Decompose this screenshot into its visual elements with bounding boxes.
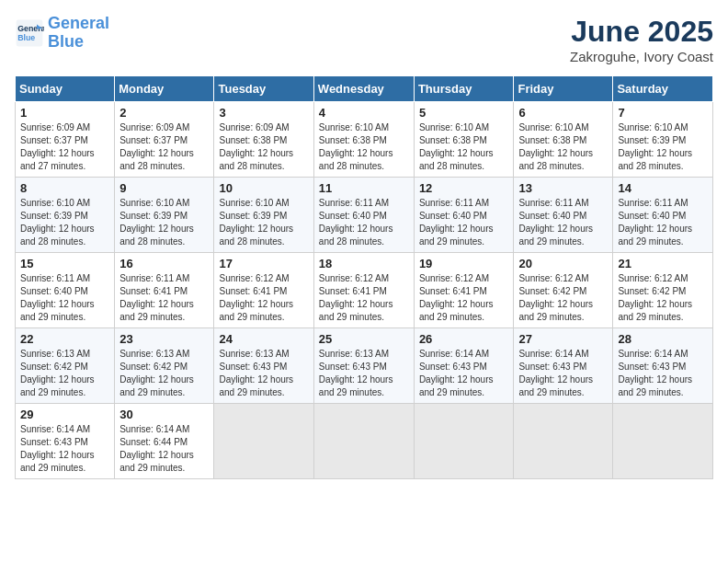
day-number: 2: [119, 106, 209, 120]
day-info: Sunrise: 6:14 AMSunset: 6:43 PMDaylight:…: [419, 348, 509, 399]
calendar-day-cell: 2Sunrise: 6:09 AMSunset: 6:37 PMDaylight…: [115, 102, 214, 178]
day-info: Sunrise: 6:11 AMSunset: 6:40 PMDaylight:…: [319, 197, 409, 248]
calendar-subtitle: Zakroguhe, Ivory Coast: [570, 49, 713, 64]
day-info: Sunrise: 6:14 AMSunset: 6:43 PMDaylight:…: [20, 423, 109, 475]
svg-text:General: General: [17, 24, 44, 33]
calendar-day-cell: 7Sunrise: 6:10 AMSunset: 6:39 PMDaylight…: [613, 102, 713, 178]
calendar-title: June 2025: [570, 15, 713, 49]
day-info: Sunrise: 6:11 AMSunset: 6:40 PMDaylight:…: [20, 272, 109, 324]
day-info: Sunrise: 6:09 AMSunset: 6:37 PMDaylight:…: [119, 121, 209, 173]
day-number: 17: [219, 257, 308, 270]
day-info: Sunrise: 6:09 AMSunset: 6:38 PMDaylight:…: [219, 121, 308, 173]
calendar-day-cell: 5Sunrise: 6:10 AMSunset: 6:38 PMDaylight…: [414, 102, 514, 178]
header-saturday: Saturday: [613, 76, 713, 102]
calendar-day-cell: 11Sunrise: 6:11 AMSunset: 6:40 PMDayligh…: [313, 178, 414, 253]
day-info: Sunrise: 6:14 AMSunset: 6:43 PMDaylight:…: [518, 348, 608, 399]
calendar-week-row: 22Sunrise: 6:13 AMSunset: 6:42 PMDayligh…: [16, 328, 713, 404]
day-number: 29: [20, 408, 109, 421]
day-number: 25: [319, 332, 409, 346]
empty-cell: [214, 404, 313, 479]
empty-cell: [414, 404, 514, 479]
calendar-week-row: 15Sunrise: 6:11 AMSunset: 6:40 PMDayligh…: [16, 253, 713, 328]
day-number: 1: [20, 106, 109, 120]
day-info: Sunrise: 6:11 AMSunset: 6:41 PMDaylight:…: [119, 272, 209, 324]
calendar-header-row: SundayMondayTuesdayWednesdayThursdayFrid…: [16, 76, 713, 102]
day-info: Sunrise: 6:12 AMSunset: 6:42 PMDaylight:…: [518, 272, 608, 324]
header-thursday: Thursday: [414, 76, 514, 102]
day-number: 3: [219, 106, 308, 120]
logo-text: General Blue: [48, 15, 109, 52]
day-info: Sunrise: 6:09 AMSunset: 6:37 PMDaylight:…: [20, 121, 109, 173]
calendar-day-cell: 18Sunrise: 6:12 AMSunset: 6:41 PMDayligh…: [313, 253, 414, 328]
day-info: Sunrise: 6:10 AMSunset: 6:39 PMDaylight:…: [119, 197, 209, 248]
logo: General Blue General Blue: [15, 15, 109, 52]
day-number: 20: [518, 257, 608, 270]
calendar-day-cell: 14Sunrise: 6:11 AMSunset: 6:40 PMDayligh…: [613, 178, 713, 253]
day-number: 28: [618, 332, 708, 346]
calendar-day-cell: 27Sunrise: 6:14 AMSunset: 6:43 PMDayligh…: [514, 328, 613, 404]
day-info: Sunrise: 6:13 AMSunset: 6:42 PMDaylight:…: [119, 348, 209, 399]
day-info: Sunrise: 6:13 AMSunset: 6:42 PMDaylight:…: [20, 348, 109, 399]
empty-cell: [613, 404, 713, 479]
day-number: 21: [618, 257, 708, 270]
calendar-day-cell: 19Sunrise: 6:12 AMSunset: 6:41 PMDayligh…: [414, 253, 514, 328]
calendar-week-row: 29Sunrise: 6:14 AMSunset: 6:43 PMDayligh…: [16, 404, 713, 479]
calendar-day-cell: 30Sunrise: 6:14 AMSunset: 6:44 PMDayligh…: [115, 404, 214, 479]
calendar-week-row: 8Sunrise: 6:10 AMSunset: 6:39 PMDaylight…: [16, 178, 713, 253]
header-tuesday: Tuesday: [214, 76, 313, 102]
day-info: Sunrise: 6:10 AMSunset: 6:39 PMDaylight:…: [219, 197, 308, 248]
day-info: Sunrise: 6:12 AMSunset: 6:41 PMDaylight:…: [219, 272, 308, 324]
day-info: Sunrise: 6:13 AMSunset: 6:43 PMDaylight:…: [319, 348, 409, 399]
day-info: Sunrise: 6:12 AMSunset: 6:42 PMDaylight:…: [618, 272, 708, 324]
day-number: 26: [419, 332, 509, 346]
day-info: Sunrise: 6:13 AMSunset: 6:43 PMDaylight:…: [219, 348, 308, 399]
calendar-week-row: 1Sunrise: 6:09 AMSunset: 6:37 PMDaylight…: [16, 102, 713, 178]
day-info: Sunrise: 6:10 AMSunset: 6:38 PMDaylight:…: [319, 121, 409, 173]
day-number: 27: [518, 332, 608, 346]
header: General Blue General Blue June 2025 Zakr…: [15, 15, 713, 64]
header-monday: Monday: [115, 76, 214, 102]
day-number: 23: [119, 332, 209, 346]
day-info: Sunrise: 6:10 AMSunset: 6:39 PMDaylight:…: [618, 121, 708, 173]
day-number: 9: [119, 181, 209, 195]
logo-line2: Blue: [48, 32, 84, 51]
calendar-day-cell: 9Sunrise: 6:10 AMSunset: 6:39 PMDaylight…: [115, 178, 214, 253]
day-info: Sunrise: 6:14 AMSunset: 6:43 PMDaylight:…: [618, 348, 708, 399]
calendar-day-cell: 20Sunrise: 6:12 AMSunset: 6:42 PMDayligh…: [514, 253, 613, 328]
logo-icon: General Blue: [15, 18, 44, 48]
calendar-day-cell: 13Sunrise: 6:11 AMSunset: 6:40 PMDayligh…: [514, 178, 613, 253]
calendar-day-cell: 10Sunrise: 6:10 AMSunset: 6:39 PMDayligh…: [214, 178, 313, 253]
day-number: 16: [119, 257, 209, 270]
calendar-day-cell: 23Sunrise: 6:13 AMSunset: 6:42 PMDayligh…: [115, 328, 214, 404]
day-info: Sunrise: 6:10 AMSunset: 6:39 PMDaylight:…: [20, 197, 109, 248]
day-info: Sunrise: 6:11 AMSunset: 6:40 PMDaylight:…: [618, 197, 708, 248]
day-number: 11: [319, 181, 409, 195]
day-info: Sunrise: 6:14 AMSunset: 6:44 PMDaylight:…: [119, 423, 209, 475]
calendar-day-cell: 22Sunrise: 6:13 AMSunset: 6:42 PMDayligh…: [16, 328, 115, 404]
calendar-day-cell: 28Sunrise: 6:14 AMSunset: 6:43 PMDayligh…: [613, 328, 713, 404]
day-number: 24: [219, 332, 308, 346]
day-info: Sunrise: 6:11 AMSunset: 6:40 PMDaylight:…: [419, 197, 509, 248]
header-wednesday: Wednesday: [313, 76, 414, 102]
day-info: Sunrise: 6:10 AMSunset: 6:38 PMDaylight:…: [419, 121, 509, 173]
calendar-day-cell: 25Sunrise: 6:13 AMSunset: 6:43 PMDayligh…: [313, 328, 414, 404]
logo-line1: General: [48, 14, 109, 32]
day-number: 7: [618, 106, 708, 120]
day-number: 4: [319, 106, 409, 120]
title-area: June 2025 Zakroguhe, Ivory Coast: [570, 15, 713, 64]
calendar-day-cell: 6Sunrise: 6:10 AMSunset: 6:38 PMDaylight…: [514, 102, 613, 178]
calendar-day-cell: 29Sunrise: 6:14 AMSunset: 6:43 PMDayligh…: [16, 404, 115, 479]
calendar-day-cell: 17Sunrise: 6:12 AMSunset: 6:41 PMDayligh…: [214, 253, 313, 328]
day-number: 30: [119, 408, 209, 421]
day-info: Sunrise: 6:12 AMSunset: 6:41 PMDaylight:…: [319, 272, 409, 324]
calendar-day-cell: 15Sunrise: 6:11 AMSunset: 6:40 PMDayligh…: [16, 253, 115, 328]
day-info: Sunrise: 6:11 AMSunset: 6:40 PMDaylight:…: [518, 197, 608, 248]
calendar-table: SundayMondayTuesdayWednesdayThursdayFrid…: [15, 75, 713, 479]
day-number: 10: [219, 181, 308, 195]
day-number: 15: [20, 257, 109, 270]
day-number: 5: [419, 106, 509, 120]
calendar-day-cell: 24Sunrise: 6:13 AMSunset: 6:43 PMDayligh…: [214, 328, 313, 404]
calendar-day-cell: 4Sunrise: 6:10 AMSunset: 6:38 PMDaylight…: [313, 102, 414, 178]
day-number: 8: [20, 181, 109, 195]
header-sunday: Sunday: [16, 76, 115, 102]
